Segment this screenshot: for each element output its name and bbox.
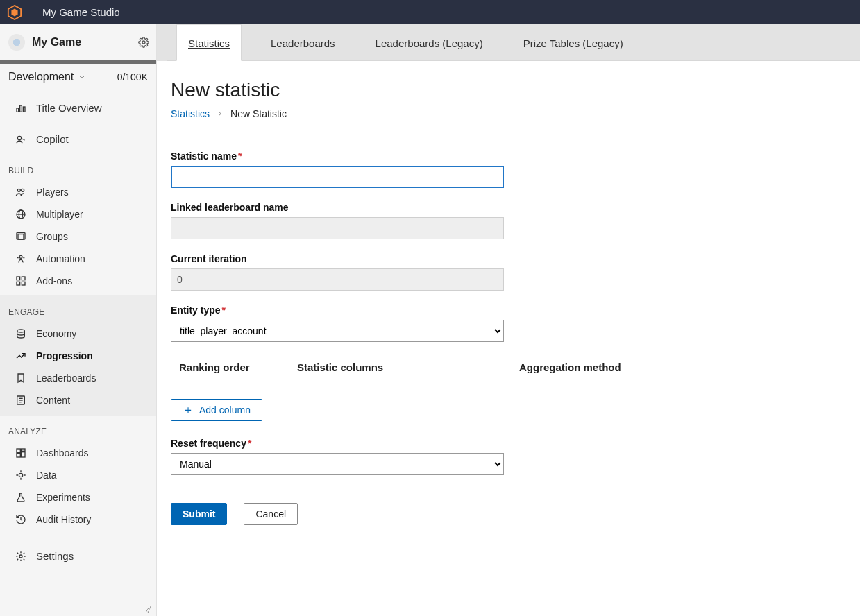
chevron-right-icon [217,110,224,117]
bookmark-icon [15,373,26,384]
studio-name[interactable]: My Game Studio [42,6,120,18]
sidebar-item-data[interactable]: Data [0,464,156,486]
content-icon [15,395,26,406]
nav-label: Copilot [36,133,69,145]
col-statistic-columns: Statistic columns [297,361,519,373]
sidebar-item-experiments[interactable]: Experiments [0,486,156,508]
nav-label: Economy [36,328,76,339]
sidebar-item-dashboards[interactable]: Dashboards [0,442,156,464]
tab-statistics[interactable]: Statistics [176,24,242,61]
nav-label: Players [36,187,69,198]
breadcrumb-root[interactable]: Statistics [171,108,210,119]
gear-icon[interactable] [138,37,149,48]
svg-rect-3 [17,108,19,112]
svg-point-29 [19,555,22,558]
environment-label: Development [8,71,74,83]
nav-label: Multiplayer [36,209,83,220]
sidebar-item-progression[interactable]: Progression [0,345,156,367]
cancel-button[interactable]: Cancel [244,503,298,525]
svg-point-2 [142,41,145,44]
sidebar-item-settings[interactable]: Settings [0,540,156,572]
sidebar-item-addons[interactable]: Add-ons [0,270,156,292]
stat-name-input[interactable] [171,166,504,188]
svg-rect-16 [22,277,25,280]
tab-bar: Statistics Leaderboards Leaderboards (Le… [167,24,860,61]
sidebar: My Game Development 0/100K Title Overvie… [0,24,157,616]
environment-row: Development 0/100K [0,64,156,92]
playfab-logo-icon [7,5,22,20]
sidebar-item-content[interactable]: Content [0,389,156,411]
sidebar-item-automation[interactable]: Automation [0,248,156,270]
svg-rect-26 [22,452,25,457]
breadcrumb-current: New Statistic [230,108,287,119]
nav-label: Dashboards [36,447,89,459]
sidebar-item-players[interactable]: Players [0,181,156,203]
tab-label: Statistics [188,37,230,49]
svg-rect-27 [17,454,20,457]
svg-point-6 [17,136,21,139]
sidebar-item-groups[interactable]: Groups [0,225,156,248]
current-iteration-input [171,268,504,291]
sidebar-item-economy[interactable]: Economy [0,323,156,345]
nav-label: Data [36,470,57,481]
bar-chart-icon [15,103,26,114]
section-analyze: ANALYZE [0,418,156,442]
game-name[interactable]: My Game [32,36,138,49]
data-icon [15,470,26,481]
game-icon [8,34,25,51]
sidebar-item-leaderboards[interactable]: Leaderboards [0,367,156,389]
tab-label: Prize Tables (Legacy) [523,37,623,49]
sidebar-item-copilot[interactable]: Copilot [0,123,156,155]
sidebar-item-multiplayer[interactable]: Multiplayer [0,203,156,225]
entity-type-label: Entity type* [171,305,677,316]
svg-point-28 [19,473,22,477]
breadcrumb: Statistics New Statistic [171,108,860,119]
add-column-button[interactable]: ＋ Add column [171,399,262,421]
section-engage: ENGAGE [0,299,156,323]
section-build: BUILD [0,157,156,181]
player-count: 0/100K [117,71,148,83]
tab-leaderboards[interactable]: Leaderboards [260,25,346,60]
col-aggregation-method: Aggregation method [519,361,621,373]
col-ranking-order: Ranking order [179,361,297,373]
divider [157,132,860,132]
add-column-label: Add column [199,404,251,416]
addons-icon [15,275,26,286]
page-title: New statistic [171,79,860,101]
players-icon [15,187,26,198]
stat-name-label: Statistic name* [171,151,677,162]
svg-rect-25 [22,449,25,451]
svg-rect-5 [23,107,25,112]
linked-leaderboard-input [171,217,504,239]
svg-rect-4 [20,105,22,112]
svg-point-8 [22,189,24,191]
game-header: My Game [0,24,156,60]
svg-marker-1 [11,8,17,16]
groups-icon [15,231,26,242]
nav-label: Progression [36,350,93,361]
nav-label: Groups [36,231,68,242]
economy-icon [15,328,26,339]
nav-label: Content [36,395,70,406]
resize-handle-icon[interactable]: ⫽ [144,604,153,615]
submit-button[interactable]: Submit [171,503,227,525]
dashboard-icon [15,447,26,459]
tab-leaderboards-legacy[interactable]: Leaderboards (Legacy) [364,25,494,60]
content: New statistic Statistics New Statistic S… [157,61,860,553]
chevron-down-icon [78,73,86,81]
environment-selector[interactable]: Development [8,71,86,83]
automation-icon [15,253,26,264]
svg-point-7 [17,189,20,191]
current-iteration-label: Current iteration [171,253,677,264]
settings-icon [15,551,26,562]
tab-label: Leaderboards [271,37,335,49]
tab-label: Leaderboards (Legacy) [376,37,483,49]
tab-prize-tables-legacy[interactable]: Prize Tables (Legacy) [512,25,634,60]
globe-icon [15,209,26,220]
entity-type-select[interactable]: title_player_account [171,320,504,342]
divider [35,5,35,20]
sidebar-item-audit[interactable]: Audit History [0,508,156,531]
sidebar-item-title-overview[interactable]: Title Overview [0,92,156,123]
svg-rect-24 [17,449,20,452]
reset-frequency-select[interactable]: Manual [171,453,504,475]
